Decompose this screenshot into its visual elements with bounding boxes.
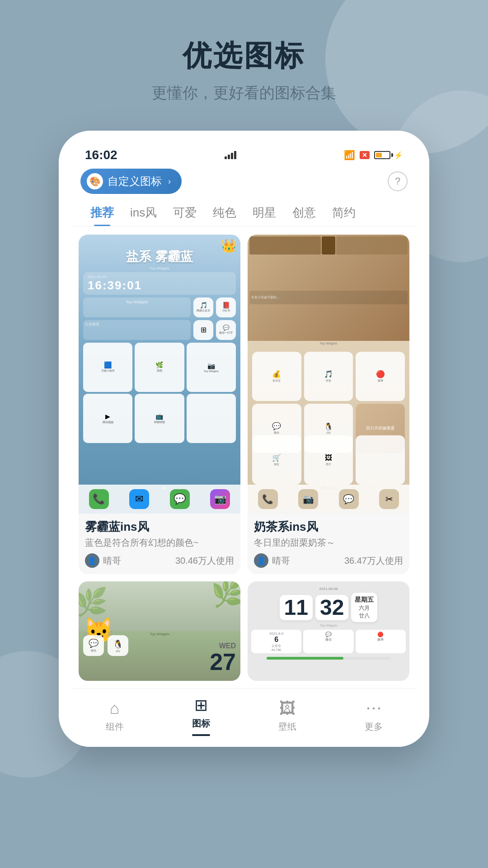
cream-dock-msg: 💬 <box>339 489 359 509</box>
cream-usage-count: 36.47万人使用 <box>344 555 403 567</box>
cal-weekday-block: 星期五 六月 廿八 <box>351 593 377 622</box>
cream-dock-camera: 📷 <box>298 489 318 509</box>
page-title: 优选图标 <box>0 36 488 75</box>
blue-author-row: 👤 晴哥 30.46万人使用 <box>85 553 234 568</box>
cream-second-row: 🛒 淘宝 🖼 照片 <box>252 435 405 485</box>
cat-preview: 🌿 🌿 🐱 Top Widgets 💬 微信 🐧 <box>79 581 240 681</box>
cal-big-date: 11 32 星期五 六月 廿八 <box>251 593 406 622</box>
blue-theme-desc: 蓝色是符合所有幻想的颜色~ <box>85 537 234 549</box>
nav-icon[interactable]: ⊞ 图标 <box>158 696 244 736</box>
blue-dock: 📞 ✉ 💬 📷 <box>79 485 240 514</box>
theme-grid: 👑 盐系 雾霾蓝 Top Widgets 2021-06-23 16:39:01 <box>71 235 417 581</box>
custom-icon-logo: 🎨 <box>87 173 103 189</box>
cream-dock-phone: 📞 <box>258 489 278 509</box>
tw-cal-label: Top Widgets <box>320 624 338 627</box>
crown-badge: 👑 <box>221 238 237 253</box>
status-icons: 📶 ✕ ⚡ <box>344 150 403 160</box>
blue-author-avatar: 👤 <box>85 553 99 568</box>
custom-icon-bar: 🎨 自定义图标 › ? <box>71 169 417 200</box>
cream-theme-info: 奶茶系ins风 冬日里的甜栗奶茶～ 👤 晴哥 36.47万人使用 <box>248 514 409 574</box>
blue-author-name: 晴哥 <box>103 555 121 567</box>
nav-icon-icon: ⊞ <box>194 696 208 715</box>
nav-icon-label: 图标 <box>192 717 210 730</box>
blue-usage-count: 30.46万人使用 <box>175 555 234 567</box>
signal-icon <box>225 151 236 159</box>
tab-star[interactable]: 明星 <box>244 200 284 226</box>
cream-theme-desc: 冬日里的甜栗奶茶～ <box>254 537 403 549</box>
battery-icon: ⚡ <box>374 151 403 160</box>
cream-dock: 📞 📷 💬 ✂ <box>248 485 409 514</box>
nav-more-label: 更多 <box>365 721 383 733</box>
blue-widget-area: Top Widgets 2021-06-23 16:39:01 Top Widg… <box>83 266 236 443</box>
tab-pure[interactable]: 纯色 <box>205 200 244 226</box>
dock-mail-icon: ✉ <box>129 489 149 509</box>
nav-wallpaper-icon: 🖼 <box>279 699 296 718</box>
tab-tuijian[interactable]: 推荐 <box>82 200 122 226</box>
custom-icon-button[interactable]: 🎨 自定义图标 › <box>80 169 182 194</box>
page-header: 优选图标 更懂你，更好看的图标合集 <box>0 0 488 117</box>
status-bar: 16:02 📶 ✕ ⚡ <box>71 143 417 169</box>
tabs-row: 推荐 ins风 可爱 纯色 明星 创意 简约 <box>71 200 417 226</box>
chevron-right-icon: › <box>168 177 171 186</box>
cream-top-collage: 外卖小哥超可爱的... <box>248 235 409 341</box>
custom-icon-label: 自定义图标 <box>108 174 162 189</box>
phone-mockup: 16:02 📶 ✕ ⚡ 🎨 <box>59 131 429 747</box>
cream-author-avatar: 👤 <box>254 553 268 568</box>
nav-indicator <box>192 734 210 736</box>
cream-dock-scissors: ✂ <box>379 489 399 509</box>
bottom-card-calendar[interactable]: 2021-08-06 11 32 星期五 六月 廿八 Top Widgets <box>248 581 409 681</box>
page-subtitle: 更懂你，更好看的图标合集 <box>0 83 488 104</box>
dock-phone-icon: 📞 <box>89 489 109 509</box>
status-time: 16:02 <box>85 148 117 162</box>
nav-widget-label: 组件 <box>106 721 124 733</box>
nav-widget-icon: ⌂ <box>110 699 120 718</box>
tab-simple[interactable]: 简约 <box>324 200 364 226</box>
calendar-preview: 2021-08-06 11 32 星期五 六月 廿八 Top Widgets <box>248 581 409 681</box>
tab-cute[interactable]: 可爱 <box>165 200 205 226</box>
nav-wallpaper[interactable]: 🖼 壁纸 <box>244 699 330 733</box>
tab-ins[interactable]: ins风 <box>122 200 165 226</box>
cream-author-row: 👤 晴哥 36.47万人使用 <box>254 553 403 568</box>
theme-preview-cream: 外卖小哥超可爱的... Top Widgets 💰 支付宝 🎵 抖音 <box>248 235 409 514</box>
nav-more-icon: ⋯ <box>366 699 382 718</box>
cream-theme-name: 奶茶系ins风 <box>254 519 403 535</box>
nav-more[interactable]: ⋯ 更多 <box>330 699 417 733</box>
bolt-icon: ⚡ <box>394 151 403 160</box>
cal-mini-row: 2021.8.6 6 云音乐 40.79K 💬 微信 🔴 微博 <box>251 630 406 653</box>
cal-hour: 11 <box>280 595 313 620</box>
cal-progress-bar <box>267 657 390 660</box>
bottom-card-cat[interactable]: 🌿 🌿 🐱 Top Widgets 💬 微信 🐧 <box>79 581 240 681</box>
dock-msg-icon: 💬 <box>170 489 190 509</box>
cal-date-label: 2021-08-06 <box>251 587 406 591</box>
theme-card-milk-tea[interactable]: 外卖小哥超可爱的... Top Widgets 💰 支付宝 🎵 抖音 <box>248 235 409 574</box>
cal-minute: 32 <box>315 595 348 620</box>
dock-cam-icon: 📷 <box>210 489 230 509</box>
wifi-icon: 📶 <box>344 150 355 160</box>
cream-author-name: 晴哥 <box>272 555 290 567</box>
tab-creative[interactable]: 创意 <box>284 200 324 226</box>
nav-widget[interactable]: ⌂ 组件 <box>71 699 158 733</box>
x-badge: ✕ <box>360 151 370 159</box>
bottom-nav: ⌂ 组件 ⊞ 图标 🖼 壁纸 ⋯ 更多 <box>71 688 417 747</box>
help-button[interactable]: ? <box>388 171 408 191</box>
theme-card-blue-mist[interactable]: 👑 盐系 雾霾蓝 Top Widgets 2021-06-23 16:39:01 <box>79 235 240 574</box>
blue-theme-name: 雾霾蓝ins风 <box>85 519 234 535</box>
tw-label-cream: Top Widgets <box>248 341 409 346</box>
cat-wed-date: WED 27 <box>210 642 236 674</box>
blue-theme-info: 雾霾蓝ins风 蓝色是符合所有幻想的颜色~ 👤 晴哥 30.46万人使用 <box>79 514 240 574</box>
nav-wallpaper-label: 壁纸 <box>278 721 296 733</box>
theme-preview-blue: 👑 盐系 雾霾蓝 Top Widgets 2021-06-23 16:39:01 <box>79 235 240 514</box>
blue-theme-title: 盐系 雾霾蓝 <box>126 248 193 265</box>
phone-mockup-wrapper: 16:02 📶 ✕ ⚡ 🎨 <box>0 131 488 747</box>
bottom-cards: 🌿 🌿 🐱 Top Widgets 💬 微信 🐧 <box>71 581 417 681</box>
